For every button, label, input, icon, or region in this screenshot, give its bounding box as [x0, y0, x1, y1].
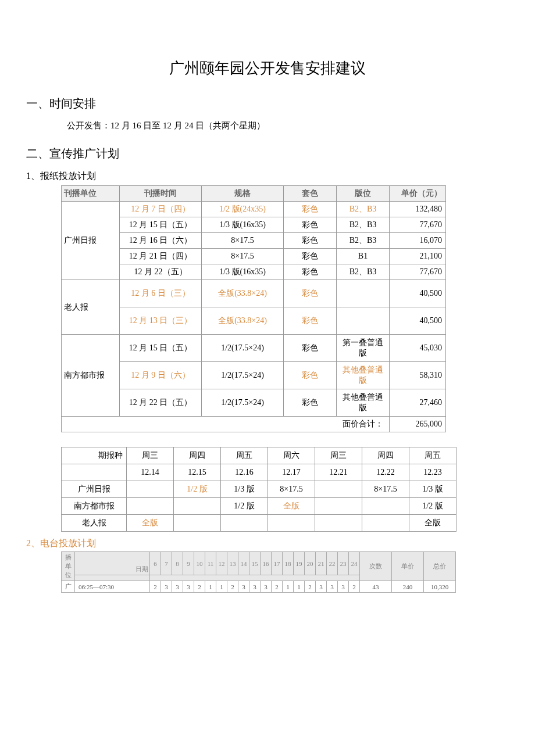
day-col: 周六	[268, 447, 315, 464]
d: 17	[272, 552, 283, 575]
v: 3	[316, 581, 327, 593]
spec-cell: 8×17.5	[202, 233, 284, 249]
v: 3	[327, 581, 338, 593]
d: 15	[249, 552, 261, 575]
matrix-row: 广州日报1/2 版1/3 版8×17.58×17.51/3 版	[62, 481, 456, 498]
th-time: 刊播时间	[120, 186, 202, 202]
radio-table: 播 单 位 日期 6 7 8 9 10 11 12 13 14 15 16 17…	[61, 551, 456, 593]
table-row: 12 月 22 日（五）1/2(17.5×24)彩色其他叠普通版27,460	[62, 389, 446, 417]
matrix-cell	[174, 498, 221, 515]
d: 10	[194, 552, 205, 575]
color-cell: 彩色	[284, 249, 337, 264]
total-label: 面价合计：	[62, 417, 390, 432]
timeslot: 06:25—07:30	[75, 581, 150, 593]
matrix-date-row: 12.14 12.15 12.16 12.17 12.21 12.22 12.2…	[62, 464, 456, 481]
v: 2	[272, 581, 283, 593]
sale-period: 公开发售：12 月 16 日至 12 月 24 日（共两个星期）	[67, 120, 509, 131]
time-cell: 12 月 22（五）	[120, 264, 202, 280]
sale-prefix: 公开发售：	[67, 121, 110, 130]
row-total: 10,320	[424, 581, 456, 593]
color-cell: 彩色	[284, 280, 337, 307]
day-col: 周四	[174, 447, 221, 464]
color-cell: 彩色	[284, 389, 337, 417]
d: 14	[238, 552, 249, 575]
d: 24	[349, 552, 360, 575]
th-position: 版位	[337, 186, 390, 202]
table-header-row: 刊播单位 刊播时间 规格 套色 版位 单价（元）	[62, 186, 446, 202]
time-cell: 12 月 15 日（五）	[120, 335, 202, 362]
matrix-row: 老人报全版全版	[62, 515, 456, 532]
publisher-cell: 南方都市报	[62, 335, 120, 417]
v: 3	[161, 581, 172, 593]
price-cell: 77,670	[390, 217, 446, 233]
day-col: 周四	[362, 447, 409, 464]
pos-cell: 第一叠普通版	[337, 335, 390, 362]
th-price: 单价（元）	[390, 186, 446, 202]
newspaper-table: 刊播单位 刊播时间 规格 套色 版位 单价（元） 广州日报12 月 7 日（四）…	[61, 185, 446, 432]
matrix-cell	[174, 515, 221, 532]
radio-header-row: 播 单 位 日期 6 7 8 9 10 11 12 13 14 15 16 17…	[62, 552, 456, 575]
v: 3	[338, 581, 349, 593]
v: 3	[183, 581, 194, 593]
day-col: 周三	[315, 447, 362, 464]
d: 7	[161, 552, 172, 575]
empty	[75, 575, 150, 581]
publisher-cell: 广州日报	[62, 202, 120, 280]
price-cell: 58,310	[390, 362, 446, 389]
subsection-newspaper: 1、报纸投放计划	[26, 170, 509, 182]
total-row: 面价合计： 265,000	[62, 417, 446, 432]
matrix-cell: 8×17.5	[268, 481, 315, 498]
v: 3	[261, 581, 272, 593]
time-cell: 12 月 15 日（五）	[120, 217, 202, 233]
spec-cell: 1/2(17.5×24)	[202, 389, 284, 417]
time-cell: 12 月 21 日（四）	[120, 249, 202, 264]
color-cell: 彩色	[284, 233, 337, 249]
matrix-cell	[315, 481, 362, 498]
matrix-empty	[62, 464, 127, 481]
matrix-cell: 1/3 版	[409, 481, 456, 498]
price-cell: 27,460	[390, 389, 446, 417]
matrix-cell: 全版	[127, 515, 174, 532]
spec-cell: 1/2 版(24x35)	[202, 202, 284, 217]
spec-cell: 1/3 版(16x35)	[202, 264, 284, 280]
station: 广	[62, 581, 75, 593]
matrix-row-label: 老人报	[62, 515, 127, 532]
time-cell: 12 月 6 日（三）	[120, 280, 202, 307]
matrix-cell: 8×17.5	[362, 481, 409, 498]
time-cell: 12 月 13 日（三）	[120, 307, 202, 335]
pos-cell: 其他叠普通版	[337, 389, 390, 417]
matrix-day-row: 期报种 周三 周四 周五 周六 周三 周四 周五	[62, 447, 456, 464]
count: 43	[360, 581, 392, 593]
th-date: 日期	[75, 552, 150, 575]
d: 8	[172, 552, 183, 575]
day-col: 周五	[221, 447, 268, 464]
pos-cell	[337, 307, 390, 335]
table-row: 12 月 13 日（三）全版(33.8×24)彩色40,500	[62, 307, 446, 335]
date-col: 12.23	[409, 464, 456, 481]
th-count: 次数	[360, 552, 392, 581]
matrix-cell	[315, 498, 362, 515]
publisher-cell: 老人报	[62, 280, 120, 335]
schedule-matrix: 期报种 周三 周四 周五 周六 周三 周四 周五 12.14 12.15 12.…	[61, 447, 456, 532]
price-cell: 45,030	[390, 335, 446, 362]
pos-cell: B2、B3	[337, 202, 390, 217]
table-row: 老人报12 月 6 日（三）全版(33.8×24)彩色40,500	[62, 280, 446, 307]
unit-price: 240	[392, 581, 424, 593]
date-col: 12.21	[315, 464, 362, 481]
table-row: 12 月 9 日（六）1/2(17.5×24)彩色其他叠普通版58,310	[62, 362, 446, 389]
time-cell: 12 月 22 日（五）	[120, 389, 202, 417]
pos-cell: B2、B3	[337, 264, 390, 280]
matrix-cell	[221, 515, 268, 532]
d: 23	[338, 552, 349, 575]
v: 1	[205, 581, 216, 593]
price-cell: 132,480	[390, 202, 446, 217]
date-col: 12.15	[174, 464, 221, 481]
matrix-cell: 1/2 版	[221, 498, 268, 515]
v: 1	[216, 581, 227, 593]
color-cell: 彩色	[284, 307, 337, 335]
d: 21	[316, 552, 327, 575]
d: 6	[150, 552, 161, 575]
table-row: 南方都市报12 月 15 日（五）1/2(17.5×24)彩色第一叠普通版45,…	[62, 335, 446, 362]
d: 13	[227, 552, 238, 575]
matrix-cell: 全版	[409, 515, 456, 532]
